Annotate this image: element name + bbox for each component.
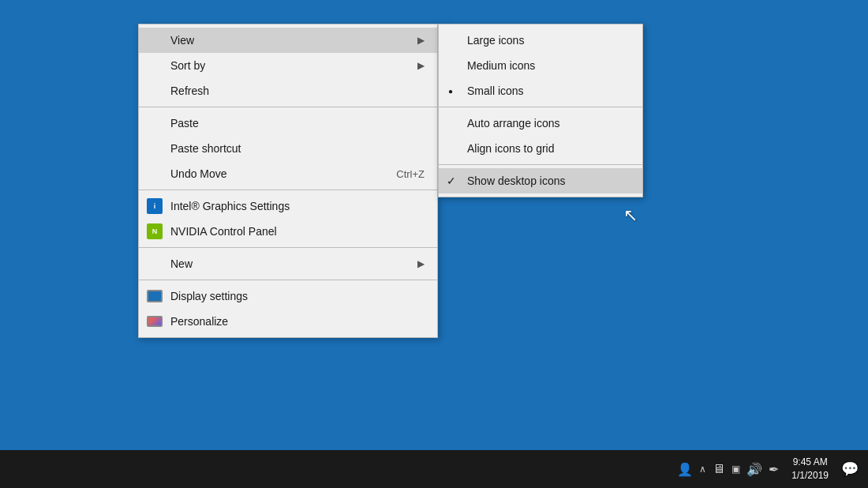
display-settings-icon bbox=[147, 288, 163, 304]
context-menu-wrapper: View ▶ Sort by ▶ Refresh Paste Paste sho… bbox=[138, 24, 438, 338]
small-icons-label: Small icons bbox=[467, 84, 524, 97]
menu-item-personalize[interactable]: Personalize bbox=[139, 309, 437, 334]
submenu-item-medium-icons[interactable]: Medium icons bbox=[439, 53, 642, 78]
tray-people-icon[interactable]: 👤 bbox=[677, 462, 693, 477]
menu-item-new[interactable]: New ▶ bbox=[139, 251, 437, 276]
medium-icons-label: Medium icons bbox=[467, 59, 535, 72]
large-icons-label: Large icons bbox=[467, 34, 524, 47]
paste-label: Paste bbox=[170, 117, 199, 130]
undo-move-label: Undo Move bbox=[170, 167, 227, 180]
undo-move-shortcut: Ctrl+Z bbox=[396, 168, 425, 180]
nvidia-label: NVIDIA Control Panel bbox=[170, 225, 277, 238]
view-label: View bbox=[170, 34, 194, 47]
intel-graphics-label: Intel® Graphics Settings bbox=[170, 200, 290, 212]
intel-icon: i bbox=[147, 198, 163, 214]
menu-item-refresh[interactable]: Refresh bbox=[139, 78, 437, 103]
view-arrow-icon: ▶ bbox=[417, 35, 425, 46]
submenu-item-show-desktop-icons[interactable]: ✓ Show desktop icons bbox=[439, 168, 642, 193]
auto-arrange-label: Auto arrange icons bbox=[467, 117, 560, 130]
menu-item-undo-move[interactable]: Undo Move Ctrl+Z bbox=[139, 161, 437, 186]
taskbar-clock[interactable]: 9:45 AM 1/1/2019 bbox=[787, 456, 833, 482]
paste-shortcut-label: Paste shortcut bbox=[170, 142, 241, 155]
submenu-item-large-icons[interactable]: Large icons bbox=[439, 28, 642, 53]
tray-network-icon[interactable]: 🖥 bbox=[713, 462, 725, 476]
menu-item-view[interactable]: View ▶ bbox=[139, 28, 437, 53]
tray-volume-icon[interactable]: 🔊 bbox=[746, 462, 762, 477]
display-settings-label: Display settings bbox=[170, 290, 248, 302]
align-to-grid-label: Align icons to grid bbox=[467, 142, 555, 155]
menu-item-nvidia[interactable]: N NVIDIA Control Panel bbox=[139, 219, 437, 244]
show-desktop-icons-label: Show desktop icons bbox=[467, 175, 566, 187]
menu-item-intel-graphics[interactable]: i Intel® Graphics Settings bbox=[139, 193, 437, 219]
submenu-item-align-to-grid[interactable]: Align icons to grid bbox=[439, 136, 642, 161]
view-submenu-separator-2 bbox=[439, 164, 642, 165]
separator-1 bbox=[139, 107, 437, 107]
menu-item-paste-shortcut[interactable]: Paste shortcut bbox=[139, 136, 437, 161]
menu-item-display-settings[interactable]: Display settings bbox=[139, 283, 437, 309]
view-submenu: Large icons Medium icons Small icons Aut… bbox=[438, 24, 643, 197]
sort-by-arrow-icon: ▶ bbox=[417, 60, 425, 71]
tray-chevron-icon[interactable]: ∧ bbox=[699, 464, 706, 475]
submenu-item-auto-arrange[interactable]: Auto arrange icons bbox=[439, 111, 642, 136]
show-desktop-check-icon: ✓ bbox=[447, 175, 456, 187]
refresh-label: Refresh bbox=[170, 84, 209, 97]
submenu-item-small-icons[interactable]: Small icons bbox=[439, 78, 642, 103]
view-submenu-separator-1 bbox=[439, 107, 642, 107]
separator-3 bbox=[139, 247, 437, 248]
new-arrow-icon: ▶ bbox=[417, 258, 425, 269]
tray-display-icon[interactable]: ▣ bbox=[731, 464, 740, 475]
separator-2 bbox=[139, 190, 437, 190]
menu-item-paste[interactable]: Paste bbox=[139, 111, 437, 136]
sort-by-label: Sort by bbox=[170, 59, 205, 72]
context-menu: View ▶ Sort by ▶ Refresh Paste Paste sho… bbox=[138, 24, 438, 338]
clock-time: 9:45 AM bbox=[791, 456, 829, 469]
clock-date: 1/1/2019 bbox=[791, 469, 829, 482]
taskbar-notification-icon[interactable]: 💬 bbox=[841, 460, 859, 478]
separator-4 bbox=[139, 280, 437, 280]
system-tray: 👤 ∧ 🖥 ▣ 🔊 ✒ bbox=[677, 462, 779, 477]
tray-pen-icon[interactable]: ✒ bbox=[769, 462, 779, 477]
new-label: New bbox=[170, 257, 193, 270]
menu-item-sort-by[interactable]: Sort by ▶ bbox=[139, 53, 437, 78]
taskbar: 👤 ∧ 🖥 ▣ 🔊 ✒ 9:45 AM 1/1/2019 💬 bbox=[0, 450, 868, 488]
nvidia-icon: N bbox=[147, 223, 163, 239]
personalize-icon bbox=[147, 313, 163, 329]
personalize-label: Personalize bbox=[170, 315, 228, 328]
